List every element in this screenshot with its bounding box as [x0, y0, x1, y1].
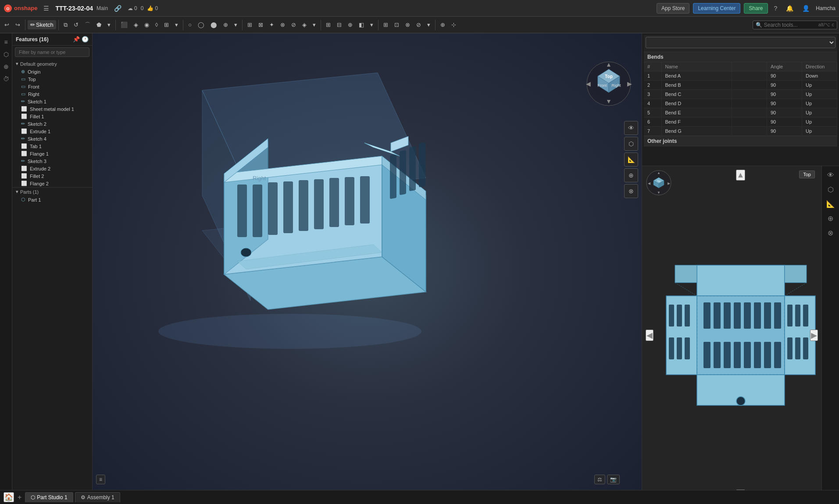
- tool6[interactable]: ◯: [195, 20, 207, 29]
- forward-icon[interactable]: ↪: [13, 20, 23, 29]
- feature-part1[interactable]: ⬡ Part 1: [12, 196, 92, 203]
- tool1[interactable]: ◈: [131, 20, 141, 29]
- flat-pattern-nav-top[interactable]: ▲: [736, 170, 746, 181]
- viewport-icon-5[interactable]: ⊗: [624, 184, 638, 198]
- feature-tab1[interactable]: ⬜ Tab 1: [12, 142, 92, 150]
- tool14[interactable]: ◈: [300, 20, 309, 29]
- sketch-button[interactable]: ✏ Sketch: [28, 20, 56, 29]
- filter-input[interactable]: [15, 47, 89, 57]
- history-icon[interactable]: ⏱: [1, 74, 11, 84]
- doc-branch: Main: [96, 5, 108, 11]
- dropdown3[interactable]: ▾: [232, 20, 240, 29]
- sidebar-history-icon[interactable]: 🕐: [82, 36, 89, 43]
- appstore-button[interactable]: App Store: [657, 3, 689, 14]
- help-icon[interactable]: ?: [771, 4, 780, 13]
- add-tab-button[interactable]: +: [16, 493, 23, 501]
- feature-sheet-metal[interactable]: ⬜ Sheet metal model 1: [12, 105, 92, 113]
- tool18[interactable]: ◧: [356, 20, 367, 29]
- feature-sketch4[interactable]: ✏ Sketch 4: [12, 135, 92, 142]
- tool3[interactable]: ◊: [153, 20, 161, 29]
- viewport[interactable]: Right ▲ ▼ ◀ ▶: [93, 33, 642, 504]
- right-icon-2[interactable]: ⬡: [826, 184, 835, 195]
- viewport-list-icon[interactable]: ≡: [96, 475, 105, 484]
- link-icon[interactable]: 🔗: [111, 4, 124, 13]
- dropdown4[interactable]: ▾: [310, 20, 318, 29]
- bends-dropdown[interactable]: [646, 37, 835, 48]
- feature-top[interactable]: ▭ Top: [12, 75, 92, 83]
- feature-front[interactable]: ▭ Front: [12, 83, 92, 90]
- mates-icon[interactable]: ⊕: [2, 61, 11, 72]
- dropdown5[interactable]: ▾: [368, 20, 376, 29]
- notifications-icon[interactable]: 🔔: [783, 4, 796, 13]
- feature-flange2[interactable]: ⬜ Flange 2: [12, 180, 92, 187]
- shape-icon[interactable]: ⬟: [94, 20, 104, 29]
- flat-pattern-nav-left[interactable]: ◀: [646, 330, 653, 341]
- tool5[interactable]: ○: [186, 20, 194, 29]
- dropdown2[interactable]: ▾: [172, 20, 181, 29]
- refresh-icon[interactable]: ↺: [71, 20, 81, 29]
- comment-counter: 👍0: [147, 5, 158, 11]
- feature-flange1[interactable]: ⬜ Flange 1: [12, 150, 92, 157]
- feature-sketch3[interactable]: ✏ Sketch 3: [12, 157, 92, 165]
- move-icon[interactable]: ⊹: [449, 20, 459, 29]
- hamburger-icon[interactable]: ☰: [41, 4, 52, 13]
- feature-fillet1[interactable]: ⬜ Fillet 1: [12, 113, 92, 120]
- tool12[interactable]: ⊗: [278, 20, 288, 29]
- tool13[interactable]: ⊘: [289, 20, 299, 29]
- viewport-camera-icon[interactable]: 📷: [607, 475, 620, 484]
- tool15[interactable]: ⊞: [323, 20, 333, 29]
- viewport-scale-icon[interactable]: ⚖: [594, 475, 605, 484]
- feature-fillet2[interactable]: ⬜ Fillet 2: [12, 172, 92, 180]
- flat-pattern-nav-right[interactable]: ▶: [810, 330, 818, 341]
- back-icon[interactable]: ↩: [2, 20, 12, 29]
- tool10[interactable]: ⊠: [256, 20, 266, 29]
- app-logo[interactable]: O onshape: [4, 4, 37, 13]
- dropdown1[interactable]: ▾: [105, 20, 113, 29]
- share-button[interactable]: Share: [744, 3, 768, 14]
- tool19[interactable]: ⊞: [381, 20, 391, 29]
- tool22[interactable]: ⊘: [414, 20, 424, 29]
- search-input[interactable]: [764, 22, 817, 28]
- tool2[interactable]: ◉: [142, 20, 152, 29]
- curve-icon[interactable]: ⌒: [82, 20, 93, 30]
- parts-header[interactable]: ▾ Parts (1): [12, 188, 92, 196]
- dropdown6[interactable]: ▾: [425, 20, 433, 29]
- home-icon[interactable]: 🏠: [4, 492, 14, 502]
- cube-icon[interactable]: ⬛: [118, 20, 130, 29]
- feature-sketch2[interactable]: ✏ Sketch 2: [12, 120, 92, 128]
- feature-extrude2[interactable]: ⬜ Extrude 2: [12, 165, 92, 172]
- default-geometry-header[interactable]: ▾ Default geometry: [12, 60, 92, 68]
- tab-assembly[interactable]: ⚙ Assembly 1: [75, 492, 120, 502]
- right-icon-1[interactable]: 👁: [825, 170, 836, 181]
- tool4[interactable]: ⊞: [161, 20, 171, 29]
- copy-icon[interactable]: ⧉: [61, 20, 70, 30]
- sidebar-pin-icon[interactable]: 📌: [73, 36, 80, 43]
- viewport-icon-2[interactable]: ⬡: [624, 137, 638, 151]
- user-avatar[interactable]: 👤: [800, 4, 812, 13]
- right-icon-3[interactable]: 📐: [825, 198, 837, 210]
- features-icon[interactable]: ≡: [2, 37, 9, 47]
- tool21[interactable]: ⊗: [403, 20, 413, 29]
- orientation-cube[interactable]: ▲ ▼ ◀ ▶ Top Front Right: [585, 60, 633, 108]
- feature-right[interactable]: ▭ Right: [12, 90, 92, 98]
- tab1-label: Tab 1: [30, 144, 42, 149]
- viewport-icon-1[interactable]: 👁: [624, 121, 638, 135]
- tool16[interactable]: ⊟: [334, 20, 344, 29]
- learning-center-button[interactable]: Learning Center: [693, 3, 740, 14]
- viewport-icon-4[interactable]: ⊕: [624, 168, 638, 182]
- feature-origin[interactable]: ⊕ Origin: [12, 68, 92, 75]
- parts-icon[interactable]: ⬡: [2, 49, 11, 60]
- right-icon-4[interactable]: ⊕: [826, 213, 835, 224]
- feature-extrude1[interactable]: ⬜ Extrude 1: [12, 128, 92, 135]
- tool8[interactable]: ⊕: [221, 20, 231, 29]
- tool17[interactable]: ⊕: [345, 20, 355, 29]
- tab-part-studio[interactable]: ⬡ Part Studio 1: [25, 492, 73, 502]
- tool23[interactable]: ⊕: [438, 20, 448, 29]
- right-icon-5[interactable]: ⊗: [826, 227, 835, 239]
- viewport-icon-3[interactable]: 📐: [624, 153, 638, 167]
- tool11[interactable]: ✦: [267, 20, 277, 29]
- tool7[interactable]: ⬤: [208, 20, 220, 29]
- feature-sketch1[interactable]: ✏ Sketch 1: [12, 98, 92, 105]
- tool9[interactable]: ⊞: [245, 20, 255, 29]
- tool20[interactable]: ⊡: [392, 20, 402, 29]
